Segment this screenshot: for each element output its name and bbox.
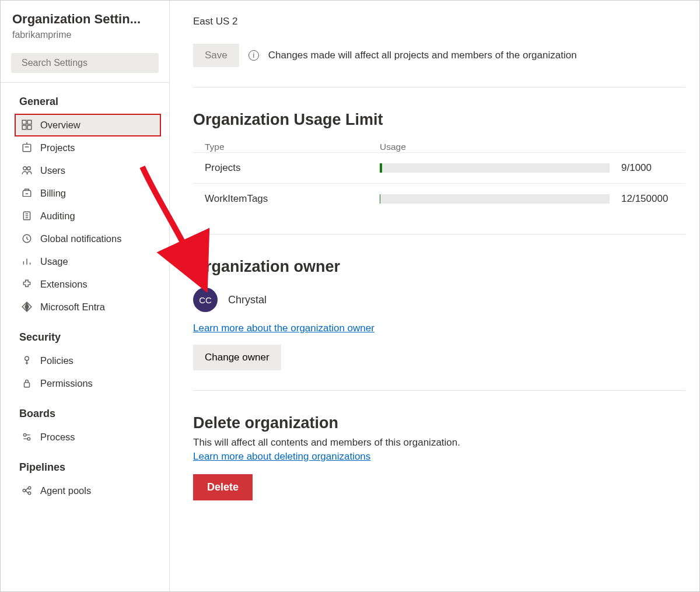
save-button[interactable]: Save: [193, 44, 239, 67]
owner-name: Chrystal: [228, 294, 267, 306]
usage-col-type: Type: [193, 142, 380, 152]
region-text: East US 2: [193, 16, 685, 27]
scrollbar-thumb[interactable]: [169, 9, 170, 394]
usage-icon: [22, 256, 32, 267]
svg-rect-2: [22, 120, 26, 124]
sidebar-item-process[interactable]: Process: [1, 426, 169, 449]
billing-icon: [22, 188, 32, 198]
sidebar-item-policies[interactable]: Policies: [1, 349, 169, 372]
permissions-icon: [22, 378, 32, 388]
sidebar-item-label: Microsoft Entra: [40, 302, 105, 313]
auditing-icon: [22, 211, 32, 221]
search-settings-box[interactable]: [11, 53, 159, 73]
sidebar-item-extensions[interactable]: Extensions: [1, 273, 169, 296]
usage-col-usage: Usage: [380, 142, 406, 152]
group-boards: Boards: [1, 395, 169, 426]
sidebar-item-auditing[interactable]: Auditing: [1, 205, 169, 227]
sidebar-item-label: Agent pools: [40, 485, 91, 496]
svg-point-26: [28, 492, 31, 495]
sidebar-item-label: Auditing: [40, 211, 75, 222]
divider: [193, 87, 685, 87]
svg-line-28: [26, 491, 29, 493]
sidebar-item-label: Overview: [40, 120, 80, 131]
sidebar-item-agent-pools[interactable]: Agent pools: [1, 479, 169, 502]
group-pipelines: Pipelines: [1, 449, 169, 479]
delete-org-heading: Delete organization: [193, 414, 685, 432]
svg-point-10: [27, 167, 31, 170]
notification-icon: [22, 233, 32, 244]
svg-point-23: [27, 437, 30, 440]
sidebar-item-usage[interactable]: Usage: [1, 250, 169, 273]
svg-rect-6: [23, 144, 31, 151]
usage-row-projects: Projects 9/1000: [193, 152, 685, 183]
change-owner-button[interactable]: Change owner: [193, 345, 281, 370]
page-title: Organization Settin...: [12, 11, 158, 27]
projects-icon: [22, 142, 32, 153]
sidebar-item-users[interactable]: Users: [1, 159, 169, 182]
sidebar-item-permissions[interactable]: Permissions: [1, 372, 169, 395]
delete-button[interactable]: Delete: [193, 474, 253, 500]
org-name-subtitle: fabrikamprime: [12, 30, 158, 40]
scrollbar-down-icon[interactable]: ▼: [169, 583, 170, 591]
scrollbar-up-icon[interactable]: ▲: [169, 1, 170, 9]
svg-rect-21: [24, 383, 30, 387]
svg-rect-3: [27, 120, 32, 124]
process-icon: [22, 432, 32, 442]
group-security: Security: [1, 318, 169, 349]
svg-rect-4: [22, 125, 26, 129]
svg-line-27: [26, 488, 29, 491]
owner-avatar: CC: [193, 288, 218, 312]
divider: [193, 390, 685, 391]
usage-bar: [380, 194, 610, 204]
svg-point-22: [23, 433, 26, 436]
info-icon: i: [249, 50, 259, 61]
svg-point-20: [25, 356, 29, 360]
svg-point-9: [23, 167, 27, 170]
sidebar-item-label: Global notifications: [40, 233, 121, 244]
extensions-icon: [22, 279, 32, 289]
agentpools-icon: [22, 485, 32, 496]
delete-org-desc: This will affect all contents and member…: [193, 437, 685, 449]
search-settings-input[interactable]: [22, 58, 153, 68]
sidebar-item-notifications[interactable]: Global notifications: [1, 227, 169, 250]
users-icon: [22, 165, 32, 176]
sidebar-item-label: Billing: [40, 188, 66, 199]
sidebar-item-overview[interactable]: Overview: [15, 114, 161, 136]
usage-type: WorkItemTags: [193, 193, 380, 205]
usage-value: 12/150000: [621, 193, 685, 205]
sidebar-item-label: Permissions: [40, 378, 93, 389]
usage-value: 9/1000: [621, 162, 685, 174]
policies-icon: [22, 355, 32, 366]
usage-row-workitemtags: WorkItemTags 12/150000: [193, 183, 685, 214]
usage-bar: [380, 163, 610, 173]
group-general: General: [1, 83, 169, 114]
sidebar-item-projects[interactable]: Projects: [1, 136, 169, 159]
sidebar-item-label: Users: [40, 165, 65, 176]
org-owner-heading: Organization owner: [193, 258, 685, 276]
learn-delete-link[interactable]: Learn more about deleting organizations: [193, 451, 370, 463]
sidebar-item-label: Policies: [40, 355, 74, 366]
svg-point-25: [28, 486, 31, 489]
learn-owner-link[interactable]: Learn more about the organization owner: [193, 323, 374, 334]
save-info-text: Changes made will affect all projects an…: [268, 50, 577, 61]
sidebar-item-label: Extensions: [40, 279, 88, 290]
sidebar-item-entra[interactable]: Microsoft Entra: [1, 296, 169, 318]
svg-rect-5: [27, 125, 32, 129]
sidebar-item-billing[interactable]: Billing: [1, 182, 169, 205]
sidebar-item-label: Usage: [40, 256, 68, 267]
usage-limit-heading: Organization Usage Limit: [193, 111, 685, 129]
svg-point-24: [23, 489, 26, 492]
usage-type: Projects: [193, 162, 380, 174]
sidebar-item-label: Process: [40, 432, 75, 443]
overview-icon: [22, 120, 32, 130]
entra-icon: [22, 302, 32, 312]
sidebar-item-label: Projects: [40, 142, 75, 153]
divider: [193, 234, 685, 234]
